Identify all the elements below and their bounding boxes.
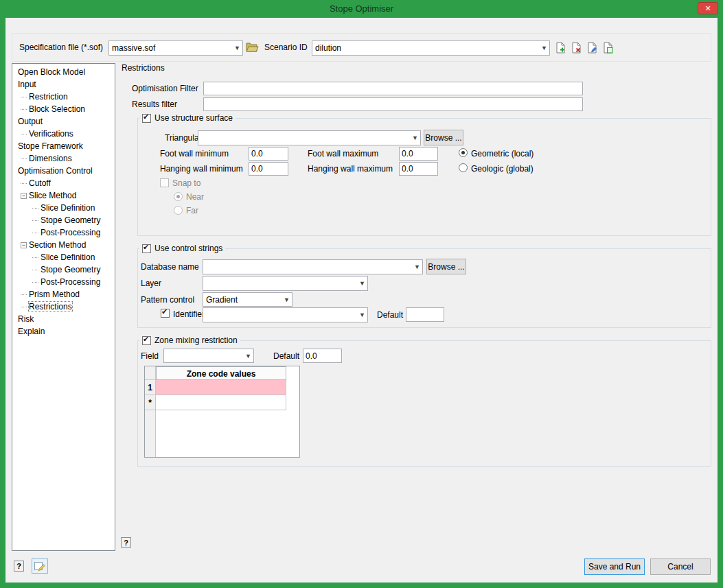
spec-file-value: massive.sof bbox=[109, 43, 232, 53]
zone-code-grid: Zone code values 1 * bbox=[144, 366, 300, 458]
identifier-label[interactable]: Identifier bbox=[173, 309, 205, 320]
hanging-wall-maximum-input[interactable] bbox=[399, 162, 438, 176]
sidebar-item-label: Optimisation Control bbox=[18, 166, 93, 176]
foot-wall-minimum-input[interactable] bbox=[249, 147, 288, 161]
database-name-combo[interactable]: ▼ bbox=[203, 259, 423, 274]
use-structure-surface-label[interactable]: Use structure surface bbox=[154, 113, 233, 123]
sidebar: Open Block ModelInputRestrictionBlock Se… bbox=[12, 63, 115, 551]
chevron-down-icon: ▼ bbox=[357, 311, 367, 318]
sidebar-item-restriction[interactable]: Restriction bbox=[12, 91, 115, 103]
checkbox-checked-icon[interactable] bbox=[142, 114, 151, 123]
tree-connector bbox=[21, 134, 27, 134]
near-radio[interactable] bbox=[174, 192, 183, 201]
database-browse-button[interactable]: Browse ... bbox=[426, 259, 466, 274]
optimisation-filter-input[interactable] bbox=[203, 82, 583, 95]
sidebar-item-section-method[interactable]: −Section Method bbox=[12, 239, 115, 251]
layer-combo[interactable]: ▼ bbox=[203, 276, 368, 291]
sidebar-item-stope-geometry[interactable]: Stope Geometry bbox=[12, 263, 115, 276]
far-radio[interactable] bbox=[174, 206, 183, 215]
grid-cell-row1[interactable] bbox=[156, 380, 286, 395]
use-control-strings-label[interactable]: Use control strings bbox=[154, 244, 222, 253]
zone-default-input[interactable] bbox=[303, 349, 342, 363]
sidebar-item-cutoff[interactable]: Cutoff bbox=[12, 177, 115, 189]
chevron-down-icon: ▼ bbox=[410, 134, 420, 141]
database-name-label: Database name bbox=[141, 262, 199, 272]
sidebar-item-optimisation-control[interactable]: Optimisation Control bbox=[12, 165, 115, 177]
tree-connector bbox=[21, 97, 27, 97]
geologic-global-label[interactable]: Geologic (global) bbox=[471, 164, 533, 174]
titlebar[interactable]: Stope Optimiser ✕ bbox=[0, 0, 723, 18]
grid-cell-row-star[interactable] bbox=[156, 395, 286, 410]
zone-mixing-label[interactable]: Zone mixing restriction bbox=[154, 336, 238, 345]
identifier-combo[interactable]: ▼ bbox=[203, 307, 368, 322]
pattern-control-combo[interactable]: Gradient ▼ bbox=[203, 292, 292, 307]
sidebar-item-stope-framework[interactable]: Stope Framework bbox=[12, 140, 115, 152]
chevron-down-icon: ▼ bbox=[282, 296, 292, 303]
sidebar-item-label: Open Block Model bbox=[18, 67, 85, 77]
grid-row-header-1[interactable]: 1 bbox=[145, 380, 156, 395]
sidebar-item-stope-geometry[interactable]: Stope Geometry bbox=[12, 214, 115, 226]
tree-connector bbox=[32, 233, 38, 233]
edit-scenario-icon[interactable] bbox=[586, 42, 598, 56]
scenario-id-combo[interactable]: dilution ▼ bbox=[312, 40, 550, 56]
copy-scenario-icon[interactable] bbox=[602, 42, 614, 56]
checkbox-checked-icon[interactable] bbox=[142, 244, 151, 253]
sidebar-item-risk[interactable]: Risk bbox=[12, 313, 115, 325]
checkbox-checked-icon[interactable] bbox=[142, 336, 151, 345]
cancel-button[interactable]: Cancel bbox=[650, 558, 711, 575]
sidebar-item-input[interactable]: Input bbox=[12, 78, 115, 91]
sidebar-item-label: Stope Geometry bbox=[41, 265, 100, 274]
zone-mixing-checkbox[interactable]: Zone mixing restriction bbox=[139, 336, 240, 345]
sidebar-item-slice-method[interactable]: −Slice Method bbox=[12, 189, 115, 202]
hanging-wall-minimum-input[interactable] bbox=[249, 162, 288, 176]
field-combo[interactable]: ▼ bbox=[163, 349, 254, 363]
spec-file-combo[interactable]: massive.sof ▼ bbox=[108, 40, 243, 56]
use-structure-surface-checkbox[interactable]: Use structure surface bbox=[139, 113, 236, 123]
chevron-down-icon: ▼ bbox=[232, 45, 242, 51]
help-button[interactable]: ? bbox=[14, 561, 24, 572]
grid-column-header: Zone code values bbox=[156, 366, 286, 380]
geologic-global-radio[interactable] bbox=[459, 163, 468, 172]
sidebar-item-open-block-model[interactable]: Open Block Model bbox=[12, 66, 115, 78]
collapse-icon[interactable]: − bbox=[21, 242, 27, 248]
tree-connector bbox=[32, 270, 38, 270]
triangulation-browse-button[interactable]: Browse ... bbox=[424, 130, 463, 145]
sidebar-item-label: Cutoff bbox=[29, 178, 51, 188]
grid-row-header-star[interactable]: * bbox=[145, 395, 156, 410]
use-control-strings-checkbox[interactable]: Use control strings bbox=[139, 244, 225, 253]
notes-icon[interactable] bbox=[32, 558, 48, 574]
sidebar-item-slice-definition[interactable]: Slice Definition bbox=[12, 251, 115, 263]
triangulation-combo[interactable]: ▼ bbox=[198, 130, 421, 145]
page-help-button[interactable]: ? bbox=[121, 537, 131, 548]
sidebar-item-post-processing[interactable]: Post-Processing bbox=[12, 226, 115, 239]
sidebar-item-label: Output bbox=[18, 117, 43, 126]
identifier-default-input[interactable] bbox=[406, 307, 444, 322]
results-filter-input[interactable] bbox=[203, 97, 583, 111]
sidebar-item-output[interactable]: Output bbox=[12, 115, 115, 128]
sidebar-item-block-selection[interactable]: Block Selection bbox=[12, 103, 115, 115]
tree-connector bbox=[21, 294, 27, 295]
foot-wall-maximum-input[interactable] bbox=[399, 147, 438, 161]
geometric-local-label[interactable]: Geometric (local) bbox=[471, 149, 533, 159]
sidebar-item-label: Stope Framework bbox=[18, 141, 83, 151]
close-button[interactable]: ✕ bbox=[698, 2, 718, 14]
results-filter-label: Results filter bbox=[132, 99, 177, 110]
add-scenario-icon[interactable] bbox=[555, 42, 566, 56]
sidebar-item-prism-method[interactable]: Prism Method bbox=[12, 288, 115, 301]
delete-scenario-icon[interactable] bbox=[571, 42, 582, 56]
sidebar-item-restrictions[interactable]: Restrictions bbox=[12, 301, 115, 313]
near-label: Near bbox=[186, 192, 204, 202]
geometric-local-radio[interactable] bbox=[459, 148, 468, 157]
open-spec-folder-icon[interactable] bbox=[246, 41, 259, 55]
snap-to-checkbox[interactable] bbox=[160, 178, 169, 187]
sidebar-item-slice-definition[interactable]: Slice Definition bbox=[12, 202, 115, 214]
sidebar-item-post-processing[interactable]: Post-Processing bbox=[12, 276, 115, 288]
sidebar-item-explain[interactable]: Explain bbox=[12, 325, 115, 338]
far-label: Far bbox=[186, 206, 198, 216]
sidebar-item-verifications[interactable]: Verifications bbox=[12, 128, 115, 140]
sidebar-item-dimensions[interactable]: Dimensions bbox=[12, 152, 115, 165]
identifier-checkbox[interactable] bbox=[161, 309, 170, 318]
collapse-icon[interactable]: − bbox=[21, 193, 27, 199]
tree-connector bbox=[32, 208, 38, 209]
save-and-run-button[interactable]: Save and Run bbox=[584, 558, 645, 575]
